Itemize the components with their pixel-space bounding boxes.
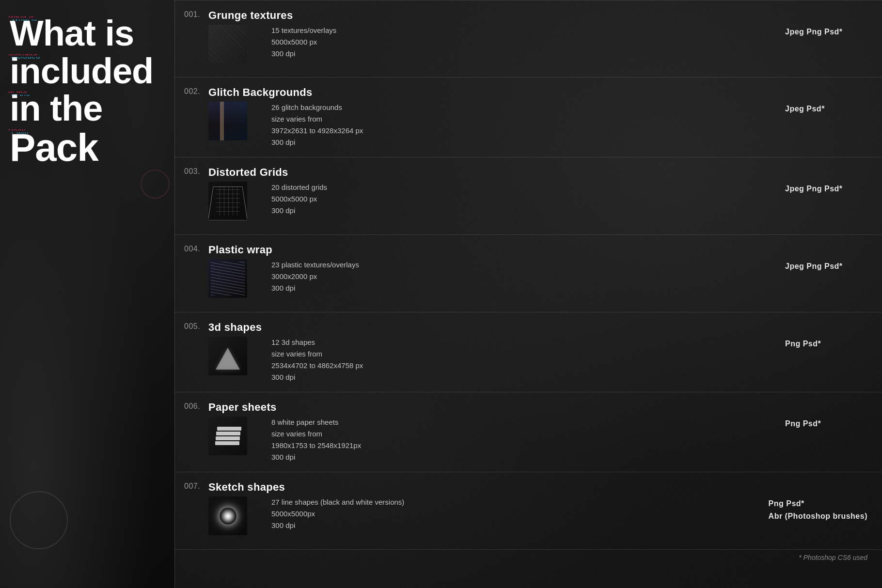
item-formats: Jpeg Png Psd* — [771, 25, 867, 38]
item-title: Glitch Backgrounds — [208, 86, 867, 99]
item-formats-text: Jpeg Psd* — [785, 103, 825, 115]
item-desc-text: 12 3d shapes size varies from 2534x4702 … — [271, 337, 417, 383]
item-title: Paper sheets — [208, 401, 867, 414]
item-thumb-row: 26 glitch backgrounds size varies from 3… — [208, 102, 867, 148]
list-item: 001.Grunge textures15 textures/overlays … — [174, 0, 882, 77]
item-desc-text: 8 white paper sheets size varies from 19… — [271, 417, 417, 463]
list-item: 004.Plastic wrap23 plastic textures/over… — [174, 235, 882, 312]
item-formats: Jpeg Psd* — [771, 102, 867, 115]
item-title: 3d shapes — [208, 321, 867, 334]
item-number: 004. — [184, 244, 208, 253]
item-thumbnail — [208, 496, 247, 535]
item-title: Distorted Grids — [208, 166, 867, 179]
item-formats: Png Psd* Abr (Photoshop brushes) — [754, 496, 867, 522]
item-thumbnail — [208, 182, 247, 220]
item-title: Grunge textures — [208, 9, 867, 22]
list-item: 006.Paper sheets8 white paper sheets siz… — [174, 392, 882, 472]
item-description: 27 line shapes (black and white versions… — [271, 496, 446, 531]
item-number: 001. — [184, 9, 208, 19]
item-formats: Png Psd* — [771, 417, 867, 430]
item-desc-text: 26 glitch backgrounds size varies from 3… — [271, 102, 417, 148]
list-item: 007.Sketch shapes27 line shapes (black a… — [174, 472, 882, 550]
item-description: 15 textures/overlays 5000x5000 px 300 dp… — [271, 25, 417, 60]
item-description: 12 3d shapes size varies from 2534x4702 … — [271, 337, 417, 383]
item-number: 007. — [184, 481, 208, 491]
item-thumbnail — [208, 25, 247, 63]
item-thumbnail — [208, 102, 247, 140]
list-item: 005.3d shapes12 3d shapes size varies fr… — [174, 312, 882, 392]
item-description: 20 distorted grids 5000x5000 px 300 dpi — [271, 182, 417, 217]
item-thumb-row: 23 plastic textures/overlays 3000x2000 p… — [208, 259, 867, 298]
item-thumbnail — [208, 259, 247, 298]
item-formats-text: Png Psd* — [785, 418, 821, 430]
item-desc-text: 20 distorted grids 5000x5000 px 300 dpi — [271, 182, 417, 217]
item-thumb-row: 20 distorted grids 5000x5000 px 300 dpiJ… — [208, 182, 867, 220]
list-item: 002.Glitch Backgrounds26 glitch backgrou… — [174, 77, 882, 157]
circle-decoration-1 — [10, 491, 68, 549]
hero-title: What is included in the Pack — [10, 15, 170, 168]
title-line-2: included — [10, 52, 153, 90]
item-number: 006. — [184, 401, 208, 411]
list-item: 003.Distorted Grids20 distorted grids 50… — [174, 157, 882, 235]
item-desc-text: 27 line shapes (black and white versions… — [271, 496, 446, 531]
item-thumb-row: 27 line shapes (black and white versions… — [208, 496, 867, 535]
item-formats: Jpeg Png Psd* — [771, 182, 867, 195]
item-thumb-row: 15 textures/overlays 5000x5000 px 300 dp… — [208, 25, 867, 63]
item-formats: Jpeg Png Psd* — [771, 259, 867, 273]
left-hero-panel: What is included in the Pack — [0, 0, 174, 588]
title-line-3: in the — [10, 90, 102, 127]
item-title: Sketch shapes — [208, 481, 867, 494]
panel-divider — [174, 0, 175, 588]
item-thumb-row: 8 white paper sheets size varies from 19… — [208, 417, 867, 463]
circle-decoration-2 — [141, 170, 170, 199]
right-content-panel: 001.Grunge textures15 textures/overlays … — [174, 0, 882, 588]
item-formats-text: Png Psd* — [785, 338, 821, 350]
item-thumbnail — [208, 417, 247, 455]
item-formats-text: Png Psd* Abr (Photoshop brushes) — [769, 497, 867, 522]
item-number: 003. — [184, 166, 208, 176]
items-list: 001.Grunge textures15 textures/overlays … — [174, 0, 882, 550]
item-formats: Png Psd* — [771, 337, 867, 350]
item-description: 26 glitch backgrounds size varies from 3… — [271, 102, 417, 148]
item-desc-text: 23 plastic textures/overlays 3000x2000 p… — [271, 259, 417, 294]
item-number: 005. — [184, 321, 208, 331]
item-description: 8 white paper sheets size varies from 19… — [271, 417, 417, 463]
title-line-1: What is — [10, 15, 134, 52]
item-formats-text: Jpeg Png Psd* — [785, 183, 843, 195]
item-thumbnail — [208, 337, 247, 375]
item-desc-text: 15 textures/overlays 5000x5000 px 300 dp… — [271, 25, 417, 60]
item-number: 002. — [184, 86, 208, 96]
title-line-4: Pack — [10, 127, 98, 168]
item-title: Plastic wrap — [208, 244, 867, 256]
item-formats-text: Jpeg Png Psd* — [785, 26, 843, 38]
item-description: 23 plastic textures/overlays 3000x2000 p… — [271, 259, 417, 294]
item-thumb-row: 12 3d shapes size varies from 2534x4702 … — [208, 337, 867, 383]
item-formats-text: Jpeg Png Psd* — [785, 260, 843, 273]
photoshop-note: * Photoshop CS6 used — [174, 550, 882, 564]
